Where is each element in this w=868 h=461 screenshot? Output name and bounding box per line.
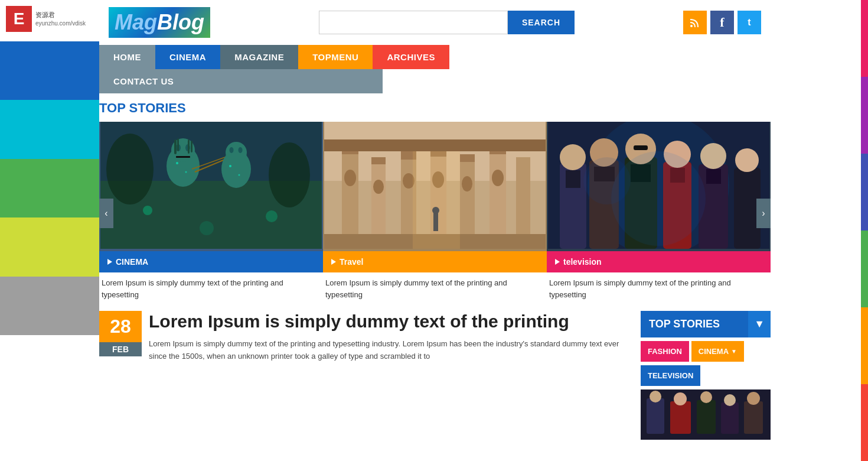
svg-point-18 [229, 147, 233, 153]
nav-home[interactable]: HOME [99, 45, 155, 69]
svg-point-52 [432, 207, 439, 214]
carousel-prev-button[interactable]: ‹ [99, 199, 113, 228]
svg-point-24 [143, 206, 152, 215]
play-icon-1 [107, 259, 112, 265]
svg-point-73 [735, 148, 759, 172]
sidebar-arrow-icon: ▼ [748, 311, 771, 337]
search-button[interactable]: SEARCH [508, 11, 575, 34]
date-badge: 28 FEB [99, 311, 142, 356]
main-nav: HOME CINEMA MAGAZINE TOPMENU ARCHIVES [99, 45, 771, 69]
svg-point-75 [583, 157, 631, 204]
sidebar-thumbnail [641, 389, 771, 440]
carousel-item-2: Travel Lorem Ipsum is simply dummy text … [323, 122, 547, 305]
logo-text: MagBlog [115, 10, 204, 34]
carousel-label-3: television [547, 251, 771, 272]
svg-point-22 [229, 165, 231, 167]
tab-television[interactable]: TELEVISION [641, 365, 700, 386]
svg-rect-79 [670, 401, 691, 434]
svg-point-70 [700, 143, 726, 169]
tab-cinema[interactable]: CINEMA ▼ [691, 341, 744, 362]
svg-point-20 [176, 162, 178, 164]
logo-area: MagBlog [109, 7, 210, 38]
svg-point-84 [724, 394, 736, 406]
svg-point-23 [238, 174, 240, 176]
search-area: SEARCH [319, 11, 575, 34]
svg-rect-58 [566, 170, 580, 188]
search-input[interactable] [319, 11, 508, 34]
sidebar-section-title: TOP STORIES [641, 311, 748, 337]
carousel-image-3 [547, 122, 771, 251]
carousel-image-1 [99, 122, 323, 251]
svg-rect-13 [191, 141, 192, 152]
svg-point-42 [344, 170, 356, 186]
main-article: 28 FEB Lorem Ipsum is simply dummy text … [99, 311, 629, 440]
svg-rect-51 [433, 213, 438, 231]
svg-point-78 [650, 391, 661, 402]
svg-point-25 [266, 210, 278, 222]
svg-rect-12 [188, 139, 190, 154]
svg-rect-34 [490, 145, 506, 249]
watermark-logo: E 资源君 eyunzhu.com/vdisk [0, 0, 99, 38]
nav-magazine[interactable]: MAGAZINE [220, 45, 298, 69]
header: MagBlog SEARCH f t [99, 0, 771, 45]
site-logo: MagBlog [109, 7, 210, 38]
date-month: FEB [99, 342, 142, 356]
twitter-icon[interactable]: t [738, 11, 761, 34]
svg-point-43 [373, 180, 384, 194]
carousel-label-2: Travel [323, 251, 547, 272]
svg-rect-50 [413, 151, 460, 249]
svg-point-21 [185, 171, 187, 173]
sidebar-top-stories-header: TOP STORIES ▼ [641, 311, 771, 337]
play-icon-3 [555, 259, 560, 265]
main-content: MagBlog SEARCH f t HOME CINEMA MAGAZINE … [99, 0, 771, 461]
svg-rect-85 [744, 401, 763, 434]
carousel-item-1: CINEMA Lorem Ipsum is simply dummy text … [99, 122, 323, 305]
article-body: Lorem Ipsum is simply dummy text of the … [149, 338, 629, 363]
carousel-desc-1: Lorem Ipsum is simply dummy text of the … [99, 272, 323, 305]
svg-rect-81 [697, 400, 716, 434]
svg-rect-11 [177, 138, 179, 151]
svg-point-82 [700, 391, 712, 403]
tab-fashion[interactable]: FASHION [641, 341, 689, 362]
sidebar-tabs: FASHION CINEMA ▼ [641, 341, 771, 362]
svg-point-26 [200, 221, 214, 235]
right-decorative-stripes [861, 0, 868, 461]
svg-point-46 [462, 176, 472, 191]
svg-rect-77 [647, 398, 664, 434]
carousel-desc-3: Lorem Ipsum is simply dummy text of the … [547, 272, 771, 305]
nav-second-row: CONTACT US [99, 69, 771, 93]
right-sidebar [771, 0, 868, 461]
svg-point-86 [747, 392, 760, 405]
svg-point-4 [269, 142, 310, 207]
play-icon-2 [331, 259, 336, 265]
nav-archives[interactable]: ARCHIVES [373, 45, 449, 69]
left-decorative-stripes [0, 41, 99, 461]
rss-icon[interactable] [683, 11, 707, 34]
left-sidebar: E 资源君 eyunzhu.com/vdisk [0, 0, 99, 461]
carousel-image-2 [323, 122, 547, 251]
svg-rect-64 [634, 145, 648, 150]
article-text: Lorem Ipsum is simply dummy text of the … [149, 311, 629, 363]
carousel-items: CINEMA Lorem Ipsum is simply dummy text … [99, 122, 771, 305]
watermark-text: 资源君 eyunzhu.com/vdisk [35, 11, 86, 27]
top-stories-section: TOP STORIES ‹ [99, 93, 771, 305]
carousel: ‹ [99, 122, 771, 305]
svg-rect-10 [174, 139, 177, 154]
svg-rect-29 [342, 145, 358, 249]
svg-point-17 [226, 142, 247, 163]
sidebar: TOP STORIES ▼ FASHION CINEMA ▼ TELEVISIO… [641, 311, 771, 440]
svg-point-0 [690, 25, 693, 27]
tab-cinema-arrow-icon: ▼ [731, 348, 737, 355]
carousel-next-button[interactable]: › [756, 199, 771, 228]
nav-contact[interactable]: CONTACT US [99, 69, 383, 93]
facebook-icon[interactable]: f [710, 11, 734, 34]
svg-rect-83 [721, 402, 739, 434]
top-stories-title: TOP STORIES [99, 100, 771, 122]
social-icons: f t [683, 11, 761, 34]
date-day: 28 [99, 311, 142, 342]
nav-topmenu[interactable]: TOPMENU [298, 45, 373, 69]
svg-point-19 [238, 147, 242, 153]
article-header: 28 FEB Lorem Ipsum is simply dummy text … [99, 311, 629, 363]
svg-rect-9 [176, 156, 190, 158]
nav-cinema[interactable]: CINEMA [155, 45, 220, 69]
